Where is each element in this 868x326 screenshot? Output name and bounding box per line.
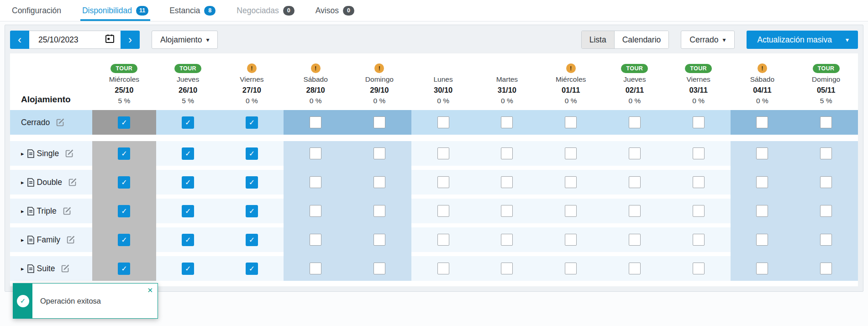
edit-button[interactable] xyxy=(66,235,76,245)
availability-checkbox[interactable] xyxy=(310,116,321,128)
availability-checkbox[interactable] xyxy=(501,234,513,246)
availability-checkbox[interactable] xyxy=(756,205,768,217)
availability-checkbox[interactable] xyxy=(437,176,449,188)
availability-checkbox[interactable]: ✓ xyxy=(246,116,258,129)
availability-checkbox[interactable] xyxy=(374,116,385,128)
availability-checkbox[interactable]: ✓ xyxy=(118,176,130,189)
toast-close-button[interactable]: ✕ xyxy=(147,286,153,294)
availability-checkbox[interactable]: ✓ xyxy=(118,147,130,160)
edit-button[interactable] xyxy=(62,206,72,216)
availability-checkbox[interactable] xyxy=(565,116,577,128)
availability-checkbox[interactable] xyxy=(565,234,577,246)
availability-checkbox[interactable] xyxy=(756,116,768,128)
availability-checkbox[interactable]: ✓ xyxy=(246,176,258,189)
availability-checkbox[interactable]: ✓ xyxy=(246,147,258,160)
availability-checkbox[interactable] xyxy=(374,176,385,188)
availability-checkbox[interactable] xyxy=(437,263,449,274)
availability-checkbox[interactable] xyxy=(565,176,577,188)
tab-estancia[interactable]: Estancia8 xyxy=(169,0,216,21)
availability-checkbox[interactable] xyxy=(693,147,705,159)
availability-checkbox[interactable]: ✓ xyxy=(182,263,194,275)
availability-checkbox[interactable] xyxy=(501,205,513,217)
availability-checkbox[interactable] xyxy=(310,147,321,159)
availability-checkbox[interactable] xyxy=(437,234,449,246)
status-filter-dropdown[interactable]: Cerrado ▾ xyxy=(681,31,734,49)
availability-checkbox[interactable]: ✓ xyxy=(118,234,130,246)
availability-checkbox[interactable] xyxy=(310,176,321,188)
availability-checkbox[interactable]: ✓ xyxy=(182,147,194,160)
edit-button[interactable] xyxy=(68,177,78,187)
bulk-update-button[interactable]: Actualización masiva ▾ xyxy=(747,31,858,49)
availability-checkbox[interactable] xyxy=(820,234,832,246)
separator-cell xyxy=(220,195,284,199)
expand-caret-icon[interactable]: ▸ xyxy=(21,179,24,186)
availability-checkbox[interactable]: ✓ xyxy=(182,234,194,246)
expand-caret-icon[interactable]: ▸ xyxy=(21,208,24,215)
availability-checkbox[interactable] xyxy=(693,205,705,217)
edit-button[interactable] xyxy=(64,148,74,158)
availability-checkbox[interactable] xyxy=(437,116,449,128)
availability-checkbox[interactable] xyxy=(565,205,577,217)
availability-checkbox[interactable]: ✓ xyxy=(182,116,194,129)
availability-checkbox[interactable] xyxy=(310,205,321,217)
availability-checkbox[interactable] xyxy=(820,116,832,128)
availability-checkbox[interactable] xyxy=(565,147,577,159)
availability-checkbox[interactable] xyxy=(374,147,385,159)
availability-checkbox[interactable] xyxy=(565,263,577,274)
tab-avisos[interactable]: Avisos0 xyxy=(316,0,354,21)
availability-checkbox[interactable] xyxy=(629,116,641,128)
date-input[interactable]: 25/10/2023 xyxy=(29,31,121,49)
view-toggle-lista[interactable]: Lista xyxy=(582,31,614,48)
previous-date-button[interactable]: ‹ xyxy=(10,31,29,49)
availability-checkbox[interactable] xyxy=(820,263,832,274)
tab-configuracion[interactable]: Configuración xyxy=(12,0,61,21)
availability-checkbox[interactable] xyxy=(501,116,513,128)
view-toggle-calendario[interactable]: Calendario xyxy=(614,31,669,48)
availability-checkbox[interactable] xyxy=(693,234,705,246)
expand-caret-icon[interactable]: ▸ xyxy=(21,150,24,157)
availability-checkbox[interactable] xyxy=(374,205,385,217)
availability-checkbox[interactable]: ✓ xyxy=(246,205,258,217)
edit-button[interactable] xyxy=(55,117,65,127)
availability-checkbox[interactable] xyxy=(756,234,768,246)
entity-filter-dropdown[interactable]: Alojamiento ▾ xyxy=(152,31,218,49)
next-date-button[interactable]: › xyxy=(121,31,140,49)
availability-checkbox[interactable] xyxy=(693,263,705,274)
availability-checkbox[interactable] xyxy=(629,147,641,159)
availability-checkbox[interactable]: ✓ xyxy=(246,263,258,275)
availability-checkbox[interactable] xyxy=(693,176,705,188)
availability-checkbox[interactable]: ✓ xyxy=(246,234,258,246)
availability-checkbox[interactable] xyxy=(629,263,641,274)
availability-checkbox[interactable] xyxy=(501,263,513,274)
availability-checkbox[interactable] xyxy=(374,234,385,246)
availability-checkbox[interactable] xyxy=(629,205,641,217)
availability-checkbox[interactable] xyxy=(501,147,513,159)
availability-checkbox[interactable] xyxy=(629,176,641,188)
availability-checkbox[interactable] xyxy=(756,147,768,159)
expand-caret-icon[interactable]: ▸ xyxy=(21,237,24,243)
availability-checkbox[interactable]: ✓ xyxy=(118,205,130,217)
tab-disponibilidad[interactable]: Disponibilidad11 xyxy=(82,0,148,21)
availability-checkbox[interactable] xyxy=(310,234,321,246)
availability-checkbox[interactable] xyxy=(756,263,768,274)
availability-checkbox[interactable] xyxy=(374,263,385,274)
calendar-icon[interactable] xyxy=(105,34,114,45)
availability-checkbox[interactable] xyxy=(629,234,641,246)
availability-checkbox[interactable] xyxy=(820,176,832,188)
availability-checkbox[interactable] xyxy=(820,205,832,217)
availability-checkbox[interactable] xyxy=(756,176,768,188)
toast-message: Operación exitosa xyxy=(40,297,101,305)
availability-checkbox[interactable] xyxy=(501,176,513,188)
availability-checkbox[interactable] xyxy=(310,263,321,274)
availability-checkbox[interactable]: ✓ xyxy=(118,116,130,129)
availability-checkbox[interactable] xyxy=(693,116,705,128)
availability-checkbox[interactable]: ✓ xyxy=(182,205,194,217)
availability-checkbox[interactable]: ✓ xyxy=(118,263,130,275)
availability-checkbox[interactable] xyxy=(437,147,449,159)
availability-checkbox[interactable] xyxy=(437,205,449,217)
availability-checkbox[interactable] xyxy=(820,147,832,159)
tab-negociadas[interactable]: Negociadas0 xyxy=(237,0,294,21)
expand-caret-icon[interactable]: ▸ xyxy=(21,265,24,272)
availability-checkbox[interactable]: ✓ xyxy=(182,176,194,189)
edit-button[interactable] xyxy=(60,263,70,273)
